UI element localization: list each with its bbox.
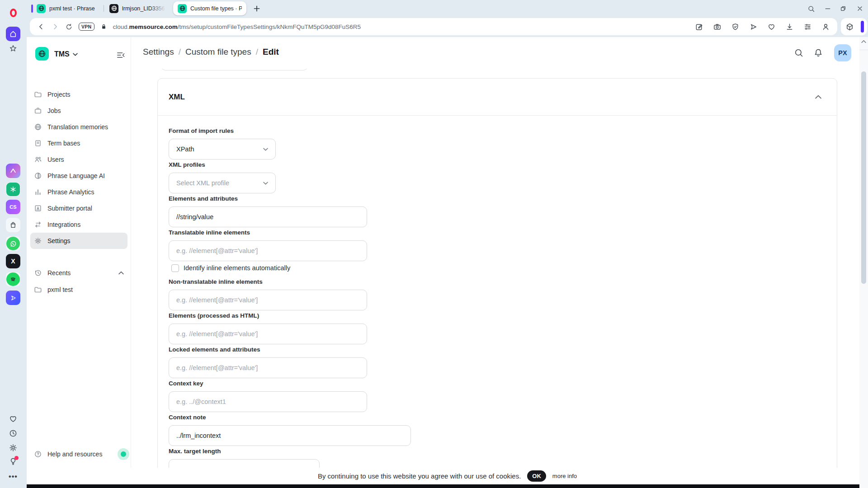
xml-profiles-select[interactable]: Select XML profile	[169, 173, 276, 193]
sidebar-more-button[interactable]: •••	[6, 472, 20, 482]
field-label: Locked elements and attributes	[169, 346, 826, 354]
forward-icon[interactable]	[51, 23, 59, 31]
browser-tab-1[interactable]: pxml test · Phrase	[27, 1, 103, 15]
back-icon[interactable]	[37, 23, 45, 31]
chatgpt-button[interactable]	[6, 182, 20, 197]
help-and-resources[interactable]: Help and resources	[30, 446, 127, 462]
reload-icon[interactable]	[65, 23, 73, 31]
compose-icon[interactable]	[695, 23, 703, 31]
flow-pill-indicator[interactable]	[861, 21, 864, 33]
window-minimize-button[interactable]	[824, 5, 832, 13]
sidebar-item-settings[interactable]: Settings	[30, 233, 127, 249]
flow-send-icon[interactable]	[749, 23, 758, 31]
address-bar[interactable]: VPN cloud.memsource.com/tms/setup/custom…	[30, 18, 837, 35]
identify-inline-elements-checkbox[interactable]	[171, 264, 179, 272]
profile-icon[interactable]	[821, 23, 830, 31]
aria-ai-button[interactable]	[6, 164, 20, 178]
star-icon	[8, 44, 18, 54]
notification-dot	[14, 456, 19, 460]
sidebar-favorites-button[interactable]	[6, 413, 20, 424]
cookie-more-info-link[interactable]: more info	[552, 473, 577, 479]
download-icon[interactable]	[785, 23, 794, 31]
locked-elements-and-attributes-input[interactable]	[169, 357, 367, 378]
chevron-up-icon[interactable]	[815, 95, 821, 99]
non-translatable-inline-elements-input[interactable]	[169, 290, 367, 310]
sidebar-item-projects[interactable]: Projects	[30, 86, 127, 103]
bookmarks-button[interactable]	[6, 42, 20, 56]
shield-check-icon[interactable]	[731, 23, 740, 31]
field-label: Context key	[169, 380, 826, 388]
heart-icon[interactable]	[767, 23, 776, 31]
browser-tab-3-active[interactable]: Custom file types · Phrase	[173, 1, 246, 15]
play-icon	[10, 295, 17, 301]
browser-tab-strip: pxml test · Phrase lrmjson_LID3356753385…	[27, 0, 868, 17]
opera-menu-button[interactable]	[6, 5, 20, 20]
recents-header[interactable]: Recents	[30, 265, 127, 281]
gear-icon	[34, 237, 42, 245]
context-key-input[interactable]	[169, 391, 367, 412]
heart-icon	[9, 414, 18, 423]
x-twitter-button[interactable]: X	[6, 254, 20, 268]
collapse-icon	[116, 51, 125, 59]
browser-tab-2[interactable]: lrmjson_LID3356753385_st	[105, 1, 172, 15]
history-button[interactable]	[6, 428, 20, 439]
cs-app-button[interactable]: CS	[6, 200, 20, 214]
scroll-up-icon[interactable]	[861, 40, 866, 43]
settings-rail-button[interactable]	[6, 442, 20, 453]
workspace-switcher[interactable]: TMS	[54, 50, 78, 58]
tune-sliders-icon[interactable]	[803, 23, 812, 31]
screen: CS X	[0, 0, 868, 488]
shopping-button[interactable]	[6, 218, 20, 232]
window-restore-button[interactable]	[839, 5, 847, 13]
sidebar-item-translation-memories[interactable]: Translation memories	[30, 119, 127, 135]
recent-item-pxml-test[interactable]: pxml test	[30, 282, 127, 298]
translatable-inline-elements-input[interactable]	[169, 240, 367, 261]
field-elements-and-attributes: Elements and attributes	[169, 195, 826, 227]
close-icon	[856, 5, 863, 12]
tips-button[interactable]	[6, 455, 20, 467]
help-icon	[34, 450, 42, 458]
vpn-badge[interactable]: VPN	[79, 23, 94, 31]
window-close-button[interactable]	[856, 5, 864, 13]
sidebar-item-submitter-portal[interactable]: Submitter portal	[30, 200, 127, 216]
bell-icon[interactable]	[813, 48, 823, 58]
ellipsis-icon: •••	[9, 473, 18, 481]
sidebar-item-integrations[interactable]: Integrations	[30, 216, 127, 233]
window-search-button[interactable]	[807, 5, 815, 13]
search-icon[interactable]	[794, 48, 804, 58]
phrase-logo-icon[interactable]	[35, 47, 49, 61]
whatsapp-button[interactable]	[6, 236, 20, 251]
cs-icon: CS	[9, 204, 16, 210]
sidebar-item-phrase-language-ai[interactable]: Phrase Language AI	[30, 168, 127, 184]
collapse-sidebar-button[interactable]	[115, 50, 126, 61]
sidebar-item-phrase-analytics[interactable]: Phrase Analytics	[30, 184, 127, 200]
player-button[interactable]	[6, 291, 20, 305]
elements-and-attributes-input[interactable]	[169, 206, 367, 227]
sidebar-item-users[interactable]: Users	[30, 151, 127, 168]
breadcrumb-settings[interactable]: Settings	[143, 47, 174, 57]
spotify-button[interactable]	[6, 272, 20, 286]
elements-processed-as-html-input[interactable]	[169, 324, 367, 344]
xml-section-header[interactable]: XML	[158, 79, 837, 116]
cookie-ok-button[interactable]: OK	[527, 470, 546, 482]
url-text[interactable]: cloud.memsource.com/tms/setup/customFile…	[113, 23, 361, 30]
snapshot-camera-icon[interactable]	[713, 23, 722, 31]
field-label: Elements (processed as HTML)	[169, 312, 826, 320]
language-ai-icon	[34, 172, 42, 180]
page-scrollbar[interactable]	[859, 37, 868, 488]
extension-cube-icon[interactable]	[845, 23, 854, 31]
sidebar-item-term-bases[interactable]: Term bases	[30, 135, 127, 151]
start-page-button[interactable]	[6, 27, 20, 41]
minimize-icon	[824, 5, 831, 12]
breadcrumb-custom-file-types[interactable]: Custom file types	[185, 47, 251, 57]
users-icon	[34, 155, 42, 164]
scrollbar-thumb[interactable]	[861, 71, 866, 284]
chatgpt-icon	[6, 183, 20, 196]
help-beacon[interactable]	[118, 448, 129, 460]
app-header: Settings / Custom file types / Edit PX	[131, 37, 868, 69]
new-tab-button[interactable]	[251, 3, 263, 14]
sidebar-item-jobs[interactable]: Jobs	[30, 103, 127, 119]
avatar[interactable]: PX	[834, 44, 851, 61]
context-note-input[interactable]	[169, 425, 411, 446]
format-of-import-rules-select[interactable]: XPath	[169, 139, 276, 160]
